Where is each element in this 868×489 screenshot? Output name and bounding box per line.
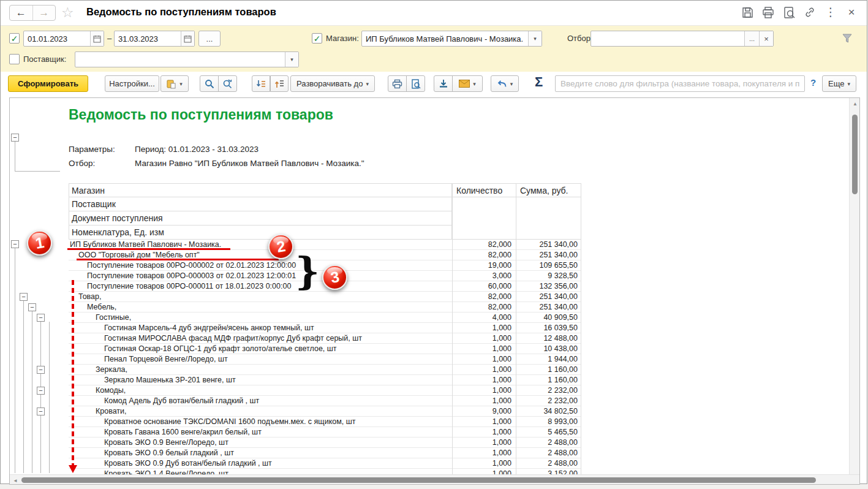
print-preview-button[interactable]	[406, 75, 425, 92]
header-cell[interactable]: Документ поступления	[69, 211, 452, 226]
row-qty: 1,000	[452, 376, 516, 384]
table-row[interactable]: Товар,82,000251 340,00	[69, 292, 581, 302]
tree-line	[40, 322, 41, 473]
group-collapse-box[interactable]: −	[37, 366, 45, 374]
quick-filter-input[interactable]	[556, 76, 804, 91]
variants-icon	[167, 79, 176, 89]
search-button[interactable]	[200, 75, 219, 92]
sum-column-header[interactable]: Сумма, руб.	[516, 183, 581, 197]
more-icon[interactable]: ⋮	[824, 6, 837, 19]
table-row[interactable]: Гостиные,4,00040 909,50	[69, 313, 581, 323]
row-text: Кроватное основание ТЭКС/DOMANI 1600 под…	[104, 417, 355, 426]
group-collapse-box[interactable]: −	[37, 387, 45, 395]
qty-column-header[interactable]: Количество	[452, 183, 516, 197]
period-variants-button[interactable]: ...	[198, 31, 221, 47]
table-row[interactable]: Кроватное основание ТЭКС/DOMANI 1600 под…	[69, 417, 581, 427]
otbor-field: ... ×	[591, 31, 774, 47]
table-row[interactable]: Кровать Гавана 1600 венге/акрил белый, ш…	[69, 427, 581, 438]
forward-button[interactable]: →	[33, 6, 56, 20]
expand-to-button[interactable]: Разворачивать до ▾	[290, 75, 375, 92]
header-cell[interactable]: Поставщик	[69, 197, 452, 211]
save-file-button[interactable]	[434, 75, 453, 92]
table-row[interactable]: Кровать ЭКО 1.4 Венге/Лоредо, шт1,0003 1…	[69, 469, 581, 474]
period-to-input[interactable]	[115, 31, 181, 46]
search-next-button[interactable]	[218, 75, 237, 92]
table-row[interactable]: Зеркало Машенька ЗР-201 венге, шт1,0001 …	[69, 375, 581, 385]
row-text: Кровать ЭКО 0.9 Венге/Лоредо, шт	[104, 438, 228, 447]
group-collapse-box[interactable]: −	[11, 240, 19, 248]
table-row[interactable]: Комод Адель Дуб вотан/белый гладкий , шт…	[69, 396, 581, 406]
group-collapse-box[interactable]: −	[20, 293, 28, 301]
link-icon[interactable]	[803, 6, 817, 19]
row-sum: 12 488,00	[516, 334, 581, 343]
table-row[interactable]: Кровать ЭКО 0.9 Дуб вотан/белый гладкий …	[69, 458, 581, 469]
period-checkbox[interactable]: ✓	[9, 33, 20, 44]
supplier-input[interactable]	[75, 52, 285, 67]
table-row[interactable]: Гостиная МИРОСЛАВА фасад МДФ графит/корп…	[69, 333, 581, 344]
header-cell[interactable]: Номенклатура, Ед. изм	[69, 226, 452, 240]
back-button[interactable]: ←	[10, 6, 33, 20]
period-to-field	[114, 31, 195, 47]
totals-sigma-icon[interactable]: Σ	[535, 74, 543, 90]
table-row[interactable]: Кровать ЭКО 0.9 белый гладкий , шт1,0002…	[69, 448, 581, 458]
supplier-checkbox[interactable]	[9, 54, 20, 64]
chevron-down-icon: ▾	[534, 36, 537, 42]
row-sum: 1 160,00	[516, 376, 581, 384]
expand-groups-button[interactable]	[270, 75, 289, 92]
settings-button[interactable]: Настройки...	[105, 75, 159, 92]
scroll-up-icon[interactable]: ▲	[853, 101, 858, 107]
period-from-input[interactable]	[24, 31, 90, 46]
help-button[interactable]: ?	[810, 77, 816, 88]
filter-funnel-icon[interactable]	[841, 32, 853, 44]
group-collapse-box[interactable]: −	[37, 314, 45, 322]
table-row[interactable]: Гостиная Оскар-18 ОГЦС-1 дуб крафт золот…	[69, 344, 581, 354]
calendar-icon[interactable]	[181, 31, 194, 46]
calendar-icon[interactable]	[90, 31, 104, 46]
otbor-label: Отбор:	[567, 34, 593, 43]
store-checkbox[interactable]: ✓	[312, 33, 322, 44]
table-row[interactable]: Кровать ЭКО 0.9 Венге/Лоредо, шт1,0002 4…	[69, 438, 581, 448]
horizontal-scrollbar[interactable]: ◄	[10, 474, 860, 485]
row-text: Мебель,	[87, 303, 116, 311]
group-collapse-box[interactable]: −	[11, 134, 19, 142]
save-icon[interactable]	[741, 6, 754, 19]
table-row[interactable]: Зеркала,1,0001 160,00	[69, 365, 581, 375]
otbor-clear-button[interactable]: ×	[759, 31, 773, 46]
row-qty: 9,000	[452, 407, 516, 415]
group-collapse-box[interactable]: −	[28, 303, 36, 311]
supplier-dropdown-button[interactable]: ▾	[285, 52, 298, 67]
more-actions-button[interactable]: Еще ▾	[822, 75, 856, 92]
report-variants-button[interactable]: ▾	[160, 75, 189, 92]
report-area: − − − − − − − − Ведомость по поступления…	[9, 97, 860, 485]
group-collapse-box[interactable]: −	[37, 408, 45, 415]
row-sum: 40 909,50	[516, 313, 581, 322]
generate-button[interactable]: Сформировать	[8, 75, 88, 92]
send-mail-button[interactable]: ▾	[452, 75, 483, 92]
table-row[interactable]: Мебель,82,000251 340,00	[69, 302, 581, 313]
otbor-input[interactable]	[591, 31, 744, 46]
close-icon[interactable]: ×	[845, 6, 858, 19]
table-row[interactable]: Гостиная Марсель-4 дуб эндгрейн/ясень ан…	[69, 323, 581, 333]
store-dropdown-button[interactable]: ▾	[528, 31, 542, 46]
collapse-groups-button[interactable]	[252, 75, 270, 92]
store-input[interactable]	[362, 31, 528, 46]
scroll-left-icon[interactable]: ◄	[13, 478, 18, 483]
otbor-more-button[interactable]: ...	[744, 31, 759, 46]
vertical-scroll-thumb[interactable]	[852, 115, 858, 194]
period-dash: –	[107, 34, 111, 43]
print-button[interactable]	[388, 75, 407, 92]
table-row[interactable]: Пенал Торцевой Венге/Лоредо, шт1,0001 94…	[69, 354, 581, 365]
favorite-star-icon[interactable]: ☆	[61, 4, 74, 21]
horizontal-scroll-thumb[interactable]	[21, 477, 816, 483]
return-button[interactable]: ▾	[491, 75, 519, 92]
print-icon[interactable]	[761, 6, 775, 19]
row-text: Кровати,	[96, 407, 127, 415]
table-row[interactable]: Комоды,1,0002 232,00	[69, 385, 581, 396]
header-cell[interactable]: Магазин	[69, 183, 452, 197]
row-sum: 251 340,00	[516, 292, 581, 301]
check-icon: ✓	[11, 34, 18, 44]
preview-icon[interactable]	[782, 6, 796, 19]
tree-line	[49, 322, 50, 473]
table-row[interactable]: Кровати,9,00034 802,50	[69, 406, 581, 417]
vertical-scrollbar[interactable]: ▲	[849, 98, 859, 474]
